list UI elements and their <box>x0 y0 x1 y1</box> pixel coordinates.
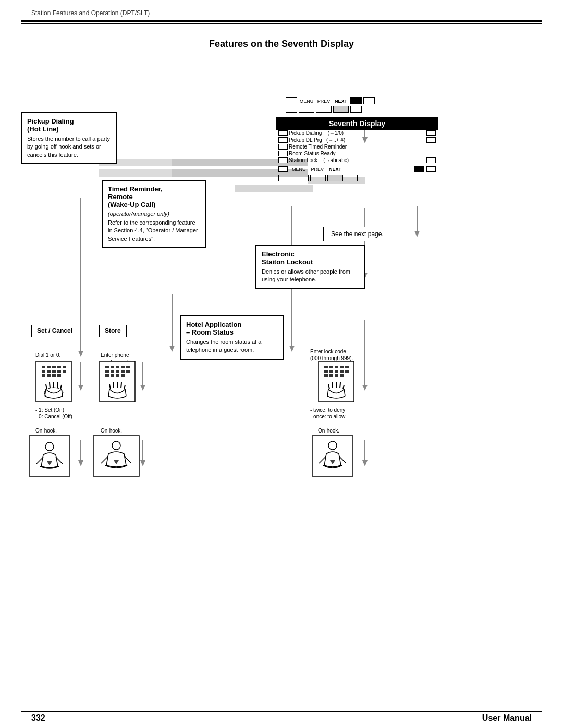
enter-lock-label: Enter lock code (000 through 999). <box>310 348 353 362</box>
svg-rect-36 <box>42 370 45 373</box>
svg-rect-35 <box>63 366 66 368</box>
svg-marker-23 <box>362 385 368 391</box>
header-rule-thin <box>21 23 542 24</box>
btn-left1 <box>286 97 297 104</box>
svg-rect-89 <box>340 374 344 377</box>
btn-center1 <box>299 106 314 113</box>
svg-rect-39 <box>57 370 61 373</box>
disp-bottom-btn-r <box>426 166 436 172</box>
store-button[interactable]: Store <box>99 325 127 337</box>
footer-right-label: User Manual <box>482 713 532 723</box>
electronic-lockout-box: Electronic Staiton Lockout Denies or all… <box>255 245 365 289</box>
store-label[interactable]: Store <box>99 325 127 337</box>
page-title: Features on the Seventh Display <box>0 39 563 50</box>
svg-rect-32 <box>47 366 51 368</box>
header-rule-thick <box>21 20 542 22</box>
svg-rect-64 <box>105 374 109 377</box>
footer-rule <box>21 711 542 712</box>
svg-marker-19 <box>289 346 295 352</box>
display-row-5: Station Lock (→abcabc) <box>276 157 438 164</box>
svg-rect-77 <box>329 366 333 368</box>
svg-rect-86 <box>324 374 328 377</box>
disp-btn-l5 <box>278 157 288 163</box>
svg-rect-61 <box>116 370 119 373</box>
svg-line-47 <box>50 382 50 388</box>
keypad-icon-2 <box>99 361 136 402</box>
seventh-display-box: Seventh Display Pickup Dialing (→1/0) Pi… <box>276 117 438 183</box>
disp-btn-r1 <box>426 130 436 136</box>
pickup-dialing-text: Stores the number to call a party by goi… <box>27 135 111 159</box>
display-row-4: Room Status Ready <box>276 150 438 157</box>
svg-marker-9 <box>169 346 175 352</box>
onhook-svg-3 <box>312 435 353 477</box>
svg-line-93 <box>340 382 340 388</box>
svg-line-49 <box>57 382 58 388</box>
svg-marker-13 <box>140 460 145 466</box>
top-phone-buttons: MENU PREV NEXT <box>286 97 375 113</box>
svg-rect-54 <box>105 366 109 368</box>
svg-rect-87 <box>329 374 333 377</box>
svg-rect-79 <box>340 366 344 368</box>
see-next-label: See the next page. <box>331 230 384 238</box>
set-cancel-label[interactable]: Set / Cancel <box>31 325 78 337</box>
svg-rect-57 <box>121 366 125 368</box>
svg-rect-82 <box>329 370 333 373</box>
see-next-page-box: See the next page. <box>323 227 391 241</box>
svg-rect-76 <box>324 366 328 368</box>
seventh-display-title: Seventh Display <box>276 117 438 130</box>
on-hook-label-1: On-hook. <box>35 427 57 434</box>
svg-rect-67 <box>121 374 125 377</box>
timed-reminder-title: Timed Reminder, Remote (Wake-Up Call) <box>108 185 200 208</box>
onhook-icon-2 <box>93 435 140 478</box>
on-hook-label-3: On-hook. <box>318 427 339 434</box>
svg-marker-25 <box>362 460 368 466</box>
svg-rect-56 <box>116 366 119 368</box>
svg-rect-38 <box>52 370 56 373</box>
svg-rect-60 <box>111 370 114 373</box>
svg-marker-17 <box>78 460 83 466</box>
pickup-dialing-title: Pickup Dialing (Hot Line) <box>27 117 111 133</box>
btn-left2 <box>286 106 297 113</box>
electronic-lockout-text: Denies or allows other people from using… <box>262 268 359 284</box>
svg-rect-83 <box>335 370 338 373</box>
set-cancel-button[interactable]: Set / Cancel <box>31 325 78 337</box>
keypad-svg-2 <box>99 361 136 402</box>
pickup-dialing-box: Pickup Dialing (Hot Line) Stores the num… <box>21 112 117 164</box>
page-header: Station Features and Operation (DPT/SLT) <box>0 0 563 20</box>
display-bottom-buttons-row <box>276 173 438 183</box>
btn-center3 <box>333 106 349 113</box>
onhook-svg-1 <box>29 435 70 477</box>
keypad-svg-3 <box>318 361 354 402</box>
svg-marker-11 <box>140 385 145 391</box>
disp-next-btn <box>414 166 424 172</box>
btn-right3 <box>350 106 362 113</box>
display-row-2: Pickup DL Prg (→..+ #) <box>276 137 438 143</box>
disp-btn-r5 <box>426 157 436 163</box>
header-label: Station Features and Operation (DPT/SLT) <box>31 9 150 17</box>
svg-rect-40 <box>63 370 66 373</box>
svg-line-69 <box>113 382 114 388</box>
electronic-lockout-title: Electronic Staiton Lockout <box>262 250 359 266</box>
svg-rect-62 <box>121 370 125 373</box>
hotel-app-text: Changes the room status at a telephone i… <box>186 338 278 354</box>
disp-btn-l1 <box>278 130 288 136</box>
svg-line-91 <box>332 382 333 388</box>
on-hook-label-2: On-hook. <box>101 427 122 434</box>
svg-rect-66 <box>116 374 119 377</box>
svg-marker-15 <box>78 385 83 391</box>
svg-rect-55 <box>111 366 114 368</box>
set-on-label: - 1: Set (On) - 0: Cancel (Off) <box>35 406 72 420</box>
svg-marker-7 <box>78 351 83 357</box>
svg-rect-78 <box>335 366 338 368</box>
disp-bottom-btn-l <box>278 166 288 172</box>
display-row-3: Remote Timed Reminder <box>276 143 438 150</box>
timed-reminder-text: Refer to the corresponding feature in Se… <box>108 219 200 243</box>
svg-rect-88 <box>335 374 338 377</box>
keypad-icon-3 <box>318 361 354 402</box>
svg-rect-84 <box>340 370 344 373</box>
hotel-application-box: Hotel Application – Room Status Changes … <box>180 315 284 360</box>
keypad-icon-1 <box>35 361 72 402</box>
disp-btn-r2 <box>426 137 436 143</box>
svg-marker-3 <box>414 231 420 237</box>
svg-rect-63 <box>126 370 130 373</box>
